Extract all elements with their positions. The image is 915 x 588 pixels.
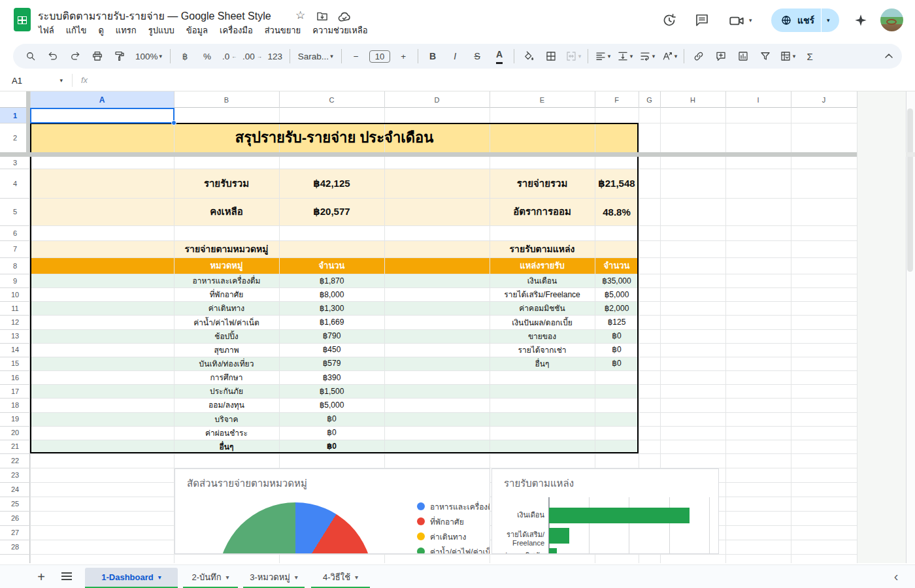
summary-value[interactable]: ฿20,577 <box>279 198 384 225</box>
column-header-A[interactable]: A <box>30 91 174 108</box>
summary-value[interactable]: ฿42,125 <box>279 169 384 198</box>
expense-amount-cell[interactable]: ฿579 <box>279 357 384 370</box>
income-source-cell[interactable]: อื่นๆ <box>490 357 595 370</box>
row-header-18[interactable]: 18 <box>0 398 30 412</box>
income-source-cell[interactable]: เงินปันผล/ดอกเบี้ย <box>490 315 595 329</box>
expense-category-cell[interactable]: ที่พักอาศัย <box>174 287 279 301</box>
column-header-E[interactable]: E <box>490 91 595 108</box>
column-header-B[interactable]: B <box>174 91 279 108</box>
expense-header-category[interactable]: หมวดหมู่ <box>174 257 279 274</box>
expense-category-cell[interactable]: ค่าน้ำ/ค่าไฟ/ค่าเน็ต <box>174 315 279 329</box>
row-header-13[interactable]: 13 <box>0 329 30 343</box>
expense-amount-cell[interactable]: ฿1,500 <box>279 384 384 398</box>
expense-category-cell[interactable]: ประกันภัย <box>174 384 279 398</box>
row-header-17[interactable]: 17 <box>0 384 30 398</box>
scrollbar-thumb[interactable] <box>907 108 913 272</box>
expense-category-cell[interactable]: อาหารและเครื่องดื่ม <box>174 274 279 287</box>
expense-amount-cell[interactable]: ฿5,000 <box>279 398 384 412</box>
summary-label[interactable]: คงเหลือ <box>174 198 279 225</box>
income-header-amount[interactable]: จำนวน <box>595 257 639 274</box>
row-header-16[interactable]: 16 <box>0 370 30 384</box>
income-amount-cell[interactable]: ฿125 <box>595 315 639 329</box>
summary-label[interactable]: รายรับรวม <box>174 169 279 198</box>
row-header-8[interactable]: 8 <box>0 257 30 274</box>
expense-section-title[interactable]: รายจ่ายตามหมวดหมู่ <box>174 240 279 257</box>
expense-amount-cell[interactable]: ฿1,669 <box>279 315 384 329</box>
row-header-3[interactable]: 3 <box>0 157 30 169</box>
row-header-15[interactable]: 15 <box>0 357 30 370</box>
expense-category-cell[interactable]: การศึกษา <box>174 370 279 384</box>
income-amount-cell[interactable]: ฿0 <box>595 357 639 370</box>
expense-amount-cell[interactable]: ฿0 <box>279 426 384 440</box>
sheet-tab-3[interactable]: 3-หมวดหมู่▾ <box>243 568 305 587</box>
row-header-26[interactable]: 26 <box>0 511 30 525</box>
selection-fill-handle[interactable] <box>171 120 176 125</box>
income-amount-cell[interactable]: ฿2,000 <box>595 301 639 315</box>
summary-value[interactable]: ฿21,548 <box>595 169 639 198</box>
income-source-cell[interactable]: เงินเดือน <box>490 274 595 287</box>
expense-category-cell[interactable]: บริจาค <box>174 412 279 426</box>
row-header-24[interactable]: 24 <box>0 482 30 497</box>
sheet-tab-1[interactable]: 1-Dashboard▾ <box>85 568 178 587</box>
expense-category-cell[interactable]: ค่าเดินทาง <box>174 301 279 315</box>
summary-label[interactable]: รายจ่ายรวม <box>490 169 595 198</box>
row-header-25[interactable]: 25 <box>0 497 30 511</box>
row-header-12[interactable]: 12 <box>0 315 30 329</box>
column-header-I[interactable]: I <box>725 91 791 108</box>
add-sheet-button[interactable]: + <box>33 568 50 585</box>
all-sheets-icon[interactable] <box>61 572 72 580</box>
row-header-6[interactable]: 6 <box>0 225 30 240</box>
income-amount-cell[interactable]: ฿35,000 <box>595 274 639 287</box>
bar-chart-panel[interactable]: รายรับตามแหล่งเงินเดือนรายได้เสริม/Freel… <box>491 468 719 554</box>
expense-amount-cell[interactable]: ฿8,000 <box>279 287 384 301</box>
expense-amount-cell[interactable]: ฿0 <box>279 412 384 426</box>
income-amount-cell[interactable]: ฿0 <box>595 329 639 343</box>
row-header-22[interactable]: 22 <box>0 453 30 468</box>
summary-value[interactable]: 48.8% <box>595 198 639 225</box>
expense-amount-cell[interactable]: ฿790 <box>279 329 384 343</box>
expense-category-cell[interactable]: ออม/ลงทุน <box>174 398 279 412</box>
sheet-tab-4[interactable]: 4-วิธีใช้▾ <box>311 568 370 587</box>
expense-category-cell[interactable]: สุขภาพ <box>174 343 279 357</box>
row-header-27[interactable]: 27 <box>0 525 30 540</box>
row-header-5[interactable]: 5 <box>0 198 30 225</box>
banner-title[interactable]: สรุปรายรับ-รายจ่าย ประจำเดือน <box>30 123 639 152</box>
column-header-H[interactable]: H <box>660 91 725 108</box>
tab-scroll-chevron[interactable]: ‹ <box>888 568 905 585</box>
row-header-28[interactable]: 28 <box>0 540 30 554</box>
row-header-20[interactable]: 20 <box>0 426 30 440</box>
row-header-14[interactable]: 14 <box>0 343 30 357</box>
column-header-G[interactable]: G <box>639 91 660 108</box>
sheet-tab-2[interactable]: 2-บันทึก▾ <box>183 568 238 587</box>
expense-amount-cell[interactable]: ฿1,870 <box>279 274 384 287</box>
row-header-21[interactable]: 21 <box>0 440 30 453</box>
income-source-cell[interactable]: รายได้จากเช่า <box>490 343 595 357</box>
income-source-cell[interactable]: ขายของ <box>490 329 595 343</box>
expense-category-cell[interactable]: ค่าผ่อนชำระ <box>174 426 279 440</box>
column-header-J[interactable]: J <box>791 91 857 108</box>
row-header-10[interactable]: 10 <box>0 287 30 301</box>
selected-cell-a1[interactable] <box>30 108 175 123</box>
income-source-cell[interactable]: รายได้เสริม/Freelance <box>490 287 595 301</box>
row-header-7[interactable]: 7 <box>0 240 30 257</box>
row-header-11[interactable]: 11 <box>0 301 30 315</box>
expense-category-cell[interactable]: บันเทิง/ท่องเที่ยว <box>174 357 279 370</box>
summary-label[interactable]: อัตราการออม <box>490 198 595 225</box>
column-header-C[interactable]: C <box>279 91 384 108</box>
frozen-row-bar[interactable] <box>0 152 857 157</box>
row-header-19[interactable]: 19 <box>0 412 30 426</box>
row-header-4[interactable]: 4 <box>0 169 30 198</box>
income-section-title[interactable]: รายรับตามแหล่ง <box>490 240 595 257</box>
expense-amount-cell[interactable]: ฿450 <box>279 343 384 357</box>
income-amount-cell[interactable]: ฿0 <box>595 343 639 357</box>
income-source-cell[interactable]: ค่าคอมมิชชัน <box>490 301 595 315</box>
pie-chart-panel[interactable]: สัดส่วนรายจ่ายตามหมวดหมู่อาหารและเครื่อง… <box>175 468 490 554</box>
column-header-D[interactable]: D <box>384 91 490 108</box>
expense-amount-cell[interactable]: ฿390 <box>279 370 384 384</box>
expense-category-cell[interactable]: ช้อปปิ้ง <box>174 329 279 343</box>
expense-header-amount[interactable]: จำนวน <box>279 257 384 274</box>
expense-category-cell[interactable]: อื่นๆ <box>174 440 279 453</box>
expense-amount-cell[interactable]: ฿1,300 <box>279 301 384 315</box>
income-amount-cell[interactable]: ฿5,000 <box>595 287 639 301</box>
column-header-F[interactable]: F <box>595 91 639 108</box>
